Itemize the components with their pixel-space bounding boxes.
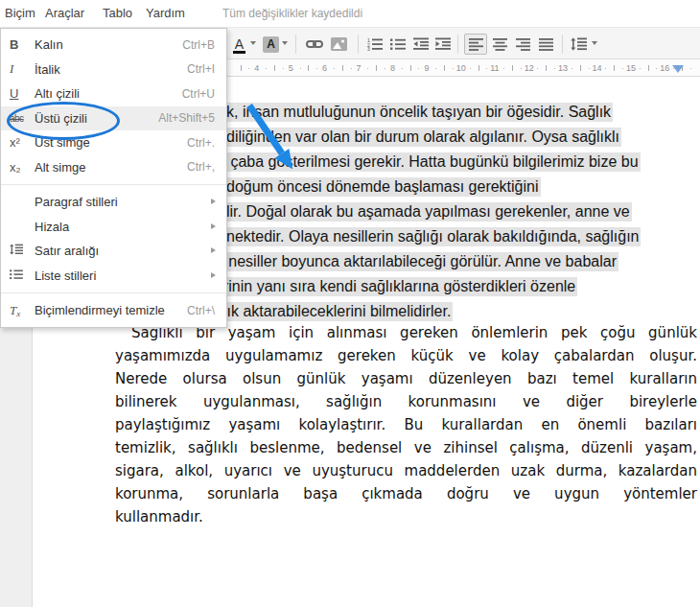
body-text-line[interactable]: temizlik, sağlıklı beslenme, bedensel ve… — [115, 438, 697, 457]
numbered-list-button[interactable]: 123 — [366, 34, 384, 55]
line-spacing-caret-icon[interactable] — [592, 41, 597, 45]
submenu-arrow-icon — [211, 198, 216, 204]
selected-text-line[interactable]: çaba gösterilmesi gerekir. Hatta bugünkü… — [225, 152, 641, 172]
align-right-button[interactable] — [514, 34, 531, 55]
insert-image-button[interactable] — [330, 34, 348, 55]
bulleted-list-icon — [390, 37, 406, 51]
decrease-indent-icon — [413, 37, 429, 51]
decrease-indent-button[interactable] — [412, 34, 430, 55]
align-center-icon — [493, 38, 507, 51]
align-left-button[interactable] — [464, 34, 487, 55]
text-color-caret-icon[interactable] — [250, 41, 256, 45]
bulleted-list-icon — [10, 268, 23, 280]
right-margin-marker-icon[interactable] — [672, 65, 684, 73]
submenu-arrow-icon — [211, 272, 216, 278]
italic-icon: I — [1, 61, 35, 77]
strikethrough-icon: abc — [1, 113, 35, 124]
highlight-color-button[interactable]: A — [262, 34, 280, 55]
align-left-icon — [469, 38, 483, 51]
menu-item-subscript[interactable]: x₂ Alt simge Ctrl+, — [1, 155, 226, 180]
menu-item-list-styles[interactable]: Liste stilleri — [1, 264, 226, 289]
menu-bicim[interactable]: Biçim — [5, 6, 35, 20]
text-color-button[interactable]: A — [230, 34, 248, 55]
menu-item-line-spacing[interactable]: Satır aralığı — [1, 239, 226, 264]
menubar: Biçim Araçlar Tablo Yardım Tüm değişikli… — [0, 0, 700, 27]
image-icon — [331, 37, 347, 51]
bulleted-list-button[interactable] — [389, 34, 407, 55]
body-text-line[interactable]: sigara, alkol, uyarıcı ve uyuşturucu mad… — [115, 461, 697, 480]
selected-text-line[interactable]: doğum öncesi dönemde başlaması gerektiği… — [225, 176, 541, 197]
submenu-arrow-icon — [211, 223, 216, 229]
menu-item-bold[interactable]: B Kalın Ctrl+B — [1, 33, 226, 58]
selected-text-line[interactable]: diliğinden var olan bir durum olarak alg… — [225, 127, 621, 147]
body-text-line[interactable]: korunma, sorunlarla başa çıkmada doğru v… — [115, 484, 697, 503]
body-text-line[interactable]: bilinerek uygulanması, sağlığın korunmas… — [115, 392, 697, 411]
clear-formatting-icon: Tx — [1, 303, 35, 318]
menu-yardim[interactable]: Yardım — [146, 6, 185, 20]
align-center-button[interactable] — [491, 34, 508, 55]
highlight-color-caret-icon[interactable] — [282, 41, 288, 45]
underline-icon: U — [1, 86, 35, 101]
selected-text-line[interactable]: nektedir. Olaya nesillerin sağlığı olara… — [225, 226, 641, 246]
menu-item-italic[interactable]: I İtalik Ctrl+I — [1, 58, 226, 82]
svg-text:3: 3 — [367, 46, 370, 51]
increase-indent-button[interactable] — [434, 34, 452, 55]
increase-indent-icon — [435, 37, 451, 51]
link-icon — [306, 38, 323, 50]
format-menu-panel: B Kalın Ctrl+B I İtalik Ctrl+I U Altı çi… — [0, 28, 227, 328]
selected-text-line[interactable]: k, insan mutluluğunun öncelik taşıyan bi… — [225, 102, 613, 122]
numbered-list-icon: 123 — [367, 37, 383, 51]
menu-item-paragraph-styles[interactable]: Paragraf stilleri — [1, 190, 226, 215]
align-right-icon — [516, 38, 530, 51]
body-text-line[interactable]: paylaştığımız yaşamı kolaylaştırır. Bu k… — [115, 415, 697, 434]
text-color-icon: A — [235, 36, 244, 52]
justify-icon — [539, 38, 553, 51]
menu-separator — [1, 184, 226, 185]
menu-item-align[interactable]: Hizala — [1, 215, 226, 240]
line-spacing-button[interactable] — [569, 34, 588, 55]
menu-item-underline[interactable]: U Altı çizili Ctrl+U — [1, 82, 226, 106]
body-text-line[interactable]: Nerede olursa olsun günlük yaşamı düzenl… — [115, 369, 697, 388]
save-status: Tüm değişiklikler kaydedildi — [222, 7, 362, 20]
line-spacing-icon — [10, 244, 23, 255]
superscript-icon: x² — [1, 135, 35, 150]
menu-item-superscript[interactable]: x² Üst simge Ctrl+. — [1, 130, 226, 155]
menu-araclar[interactable]: Araçlar — [45, 6, 84, 20]
line-spacing-icon — [571, 37, 587, 51]
justify-button[interactable] — [537, 34, 554, 55]
selected-text-line[interactable]: lir. Doğal olarak bu aşamada yapılması g… — [225, 201, 632, 222]
highlight-color-icon: A — [263, 36, 279, 53]
menu-separator — [1, 292, 226, 293]
subscript-icon: x₂ — [1, 160, 35, 175]
insert-link-button[interactable] — [305, 34, 324, 55]
google-docs-screen: Biçim Araçlar Tablo Yardım Tüm değişikli… — [0, 0, 700, 607]
menu-tablo[interactable]: Tablo — [103, 6, 132, 20]
menu-item-clear-formatting[interactable]: Tx Biçimlendirmeyi temizle Ctrl+\ — [1, 298, 226, 323]
body-text-line[interactable]: kullanmadır. — [115, 507, 697, 526]
menu-item-strikethrough[interactable]: abc Üstü çizili Alt+Shift+5 — [1, 106, 226, 131]
submenu-arrow-icon — [211, 247, 216, 253]
body-text-line[interactable]: yaşamımızda uygulamamız gereken küçük ve… — [115, 346, 697, 365]
bold-icon: B — [1, 37, 35, 52]
